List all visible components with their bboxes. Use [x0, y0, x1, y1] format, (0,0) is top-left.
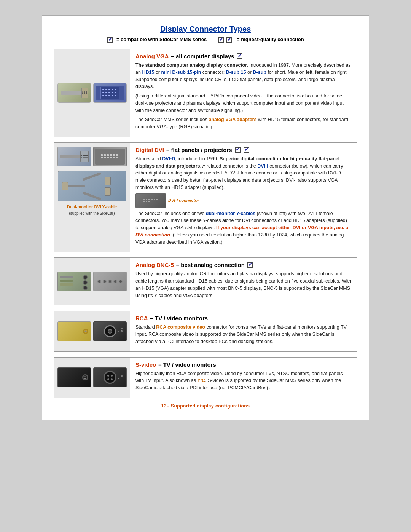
rca-cable-image: [57, 321, 91, 341]
dvi-port-image: [93, 147, 127, 166]
section-svideo: S - In S-video – TV / video monitors Hig…: [54, 357, 357, 398]
bnc-port-image: [93, 272, 127, 291]
bnc-check: [247, 262, 253, 268]
subtitle-row: = compatible with SideCar MMS series = h…: [54, 37, 357, 43]
check-icon-single: [107, 37, 113, 43]
dvi-i-connector-image: [135, 193, 166, 208]
vga-heading: Analog VGA – all computer displays: [135, 53, 352, 59]
bnc-cable-image: [57, 272, 91, 291]
vga-images: [54, 49, 130, 137]
section-analog-bnc: Analog BNC-5 – best analog connection Us…: [54, 257, 357, 305]
dvi-heading-black: – flat panels / projectors: [166, 147, 232, 153]
bnc-heading-colored: Analog BNC-5: [135, 262, 174, 268]
footer-text: 13– Supported display configurations: [161, 403, 250, 409]
rca-content: RCA – TV / video monitors Standard RCA c…: [130, 311, 357, 351]
page-title: Display Connector Types: [54, 25, 357, 34]
vga-heading-black: – all computer displays: [171, 53, 234, 59]
vga-text: The standard computer analog display con…: [135, 62, 352, 131]
svideo-content: S-video – TV / video monitors Higher qua…: [130, 358, 357, 398]
bnc-images: [54, 258, 130, 305]
dvi-cable-sublabel: (supplied with the SideCar): [69, 211, 115, 216]
rca-heading-black: – TV / video monitors: [150, 315, 208, 321]
svideo-images: S - In: [54, 358, 130, 398]
vga-check: [237, 53, 242, 59]
dvi-i-label: DVI-I connector: [168, 197, 199, 204]
dvi-content: Digital DVI – flat panels / projectors A…: [130, 143, 357, 252]
dvi-heading-colored: Digital DVI: [135, 147, 164, 153]
svideo-port-image: S - In: [93, 367, 127, 387]
rca-images: AV - In: [54, 311, 130, 351]
section-digital-dvi: Dual-monitor DVI Y-cable (supplied with …: [54, 142, 357, 252]
rca-heading: RCA – TV / video monitors: [135, 315, 352, 321]
svideo-text: Higher quality than RCA composite video.…: [135, 370, 352, 391]
dvi-check-2: [244, 147, 249, 153]
svideo-heading-colored: S-video: [135, 361, 156, 368]
bnc-text: Used by higher-quality analog CRT monito…: [135, 270, 352, 299]
svideo-cable-image: [57, 367, 91, 387]
section-rca: AV - In RCA – TV / video monitors Standa…: [54, 311, 357, 351]
dvi-cable-label: Dual-monitor DVI Y-cable: [67, 204, 117, 209]
dvi-heading: Digital DVI – flat panels / projectors: [135, 147, 352, 153]
check-icon-double-2: [226, 37, 232, 43]
section-analog-vga: Analog VGA – all computer displays The s…: [54, 49, 357, 137]
vga-port-image: [93, 83, 127, 103]
bnc-heading-black: – best analog connection: [176, 262, 245, 268]
vga-heading-colored: Analog VGA: [135, 53, 169, 59]
vga-content: Analog VGA – all computer displays The s…: [130, 49, 357, 137]
svideo-heading: S-video – TV / video monitors: [135, 361, 352, 368]
vga-cable-image: [57, 83, 91, 103]
bnc-heading: Analog BNC-5 – best analog connection: [135, 262, 352, 268]
check-icon-double-1: [218, 37, 224, 43]
subtitle-right: = highest-quality connection: [218, 37, 304, 43]
rca-port-image: AV - In: [93, 321, 127, 341]
subtitle-left: = compatible with SideCar MMS series: [107, 37, 207, 43]
rca-heading-colored: RCA: [135, 315, 148, 321]
dvi-images: Dual-monitor DVI Y-cable (supplied with …: [54, 143, 130, 252]
footer: 13– Supported display configurations: [54, 403, 357, 409]
dvi-text: Abbreviated DVI-D, introduced in 1999. S…: [135, 155, 352, 246]
bnc-content: Analog BNC-5 – best analog connection Us…: [130, 258, 357, 305]
dvi-cable-image: [57, 147, 91, 166]
dvi-check-1: [235, 147, 241, 153]
dvi-i-inline-row: DVI-I connector: [135, 193, 352, 208]
svideo-heading-black: – TV / video monitors: [158, 361, 216, 368]
dvi-ycable-image: [58, 171, 126, 201]
page-container: Display Connector Types = compatible wit…: [42, 15, 369, 420]
rca-text: Standard RCA composite video connector f…: [135, 324, 352, 345]
